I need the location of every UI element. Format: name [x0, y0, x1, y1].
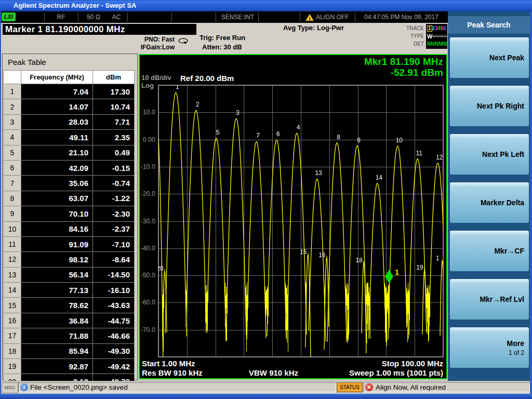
trace-det-indicator: N [431, 41, 434, 47]
table-row[interactable]: 1771.88-46.66 [4, 328, 135, 343]
trace-det-indicator: N [442, 41, 446, 47]
row-dbm: -8.64 [93, 252, 135, 267]
peak-table: Frequency (MHz) dBm 17.0417.30214.0710.7… [3, 70, 135, 390]
y-axis-tick: -60.0 [140, 298, 155, 307]
y-axis-tick: -10.0 [140, 163, 155, 171]
table-row[interactable]: 1885.94-49.30 [4, 343, 135, 358]
message-field[interactable]: i File <Screen_0020.png> saved [18, 382, 336, 392]
row-frequency: 70.10 [21, 206, 93, 221]
table-row[interactable]: 970.10-2.30 [4, 206, 135, 221]
table-row[interactable]: 1636.84-44.75 [4, 313, 135, 328]
align-warning: ! ALIGN OFF [300, 11, 355, 23]
active-function-readout[interactable]: Marker 1 81.190000000 MHz [3, 24, 196, 35]
table-row[interactable]: 17.0417.30 [4, 84, 135, 99]
row-dbm: 17.30 [93, 84, 135, 99]
menu-button-label: Next Peak [489, 54, 524, 62]
status-badge: STATUS [337, 382, 363, 392]
table-row[interactable]: 328.037.71 [4, 114, 135, 129]
scale-per-div-label: 10 dB/div [141, 74, 171, 82]
app-title: Agilent Spectrum Analyzer - Swept SA [14, 2, 136, 9]
align-warning-text: ALIGN OFF [316, 11, 349, 23]
table-row[interactable]: 863.07-1.22 [4, 191, 135, 206]
coupling-indicator: AC [106, 11, 127, 23]
row-index: 16 [4, 313, 21, 328]
row-frequency: 63.07 [21, 191, 93, 206]
menu-button-next-peak[interactable]: Next Peak [450, 37, 529, 78]
info-icon: i [20, 383, 28, 391]
menu-button-marker-delta[interactable]: Marker Delta [450, 182, 529, 223]
table-row[interactable]: 1191.09-7.10 [4, 236, 135, 251]
row-frequency: 77.13 [21, 283, 93, 298]
row-frequency: 92.87 [21, 359, 93, 374]
table-row[interactable]: 1084.16-2.37 [4, 221, 135, 236]
menu-button-label: More [507, 339, 524, 348]
trace-type-indicator: W [427, 33, 432, 39]
application-window: Agilent Spectrum Analyzer - Swept SA LXI… [0, 0, 532, 399]
vbw-label: VBW 910 kHz [249, 368, 298, 377]
type-label: TYPE [395, 32, 424, 40]
align-status-field[interactable]: ✕ Align Now, All required [363, 382, 530, 392]
menu-button-label: Mkr→Ref Lvl [480, 295, 524, 303]
trace-6-indicator: 6 [444, 25, 447, 31]
row-frequency: 85.94 [21, 343, 93, 358]
sweep-label: Sweep 1.00 ms (1001 pts) [349, 368, 443, 377]
row-index: 11 [4, 236, 21, 251]
table-row[interactable]: 642.09-0.15 [4, 160, 135, 175]
menu-button-mkr-ref-lvl[interactable]: Mkr→Ref Lvl [450, 279, 529, 320]
menu-button-next-pk-left[interactable]: Next Pk Left [450, 134, 529, 175]
row-index: 8 [4, 191, 21, 206]
rf-indicator: RF [44, 11, 78, 23]
row-frequency: 21.10 [21, 145, 93, 160]
table-row[interactable]: 1477.13-16.10 [4, 283, 135, 298]
row-dbm: -2.30 [93, 206, 135, 221]
plot-canvas[interactable] [157, 84, 444, 358]
menu-button-label: Marker Delta [481, 198, 524, 207]
spectrum-display: Mkr1 81.190 MHz -52.91 dBm 10 dB/div Log… [139, 54, 447, 379]
row-frequency: 36.84 [21, 313, 93, 328]
row-index: 12 [4, 252, 21, 267]
row-index: 19 [4, 359, 21, 374]
table-row[interactable]: 1298.12-8.64 [4, 252, 135, 267]
trace-legend[interactable]: 123456 WWWWWW NNNNNN [426, 24, 447, 49]
lxi-badge: LXI [2, 12, 16, 21]
row-index: 18 [4, 343, 21, 358]
row-dbm: 10.74 [93, 99, 135, 114]
rbw-label: Res BW 910 kHz [142, 368, 203, 377]
menu-button-more[interactable]: More1 of 2 [450, 327, 529, 368]
divider [78, 12, 78, 22]
peak-table-header-index [4, 71, 21, 84]
peak-table-header-frequency: Frequency (MHz) [21, 71, 93, 84]
row-index: 10 [4, 221, 21, 236]
menu-button-mkr-cf[interactable]: Mkr→CF [450, 231, 529, 271]
table-row[interactable]: 449.112.35 [4, 130, 135, 145]
menu-button-next-pk-right[interactable]: Next Pk Right [450, 86, 529, 126]
row-dbm: -43.63 [93, 298, 135, 313]
table-row[interactable]: 1578.62-43.63 [4, 298, 135, 313]
table-row[interactable]: 735.06-0.74 [4, 176, 135, 191]
y-axis-tick: -30.0 [140, 217, 155, 225]
title-bar[interactable]: Agilent Spectrum Analyzer - Swept SA [0, 0, 532, 11]
trace-numbers: 123456 [427, 24, 446, 32]
row-frequency: 84.16 [21, 221, 93, 236]
table-row[interactable]: 214.0710.74 [4, 99, 135, 114]
row-index: 13 [4, 267, 21, 282]
trace-types: WWWWWW [427, 32, 446, 40]
trace-type-indicator: W [436, 34, 440, 38]
avg-type-status: Avg Type: Log-Pwr [283, 24, 344, 32]
row-index: 3 [4, 114, 21, 129]
row-dbm: 7.71 [93, 114, 135, 129]
table-row[interactable]: 521.100.49 [4, 145, 135, 160]
row-frequency: 28.03 [21, 114, 93, 129]
trace-type-indicator: W [440, 34, 443, 38]
divider [171, 12, 172, 22]
menu-button-label: Next Pk Left [482, 150, 524, 158]
table-row[interactable]: 1992.87-49.42 [4, 359, 135, 374]
row-frequency: 98.12 [21, 252, 93, 267]
y-axis-tick: 0.00 [140, 136, 155, 144]
row-dbm: -7.10 [93, 236, 135, 251]
row-frequency: 42.09 [21, 160, 93, 175]
row-dbm: -16.10 [93, 283, 135, 298]
marker-ampl-readout: -52.91 dBm [391, 67, 443, 78]
row-dbm: -1.22 [93, 191, 135, 206]
table-row[interactable]: 1356.14-14.50 [4, 267, 135, 282]
